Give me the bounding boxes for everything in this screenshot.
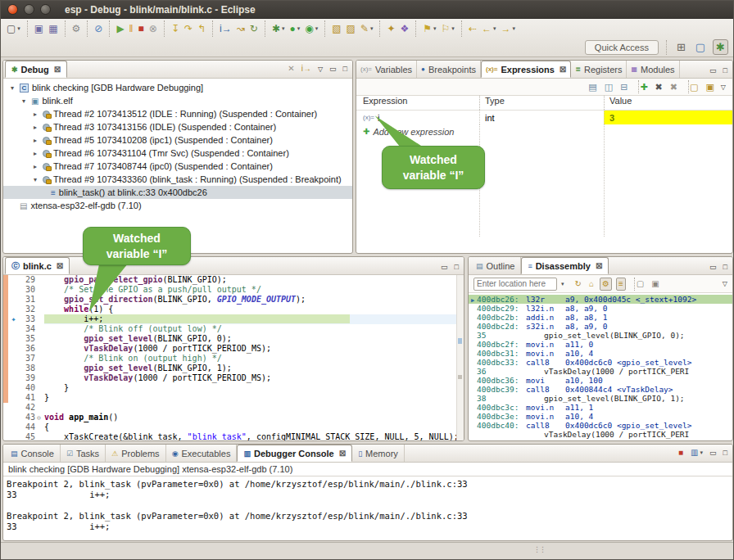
remove-expression-button[interactable]: ✖ [655, 80, 664, 93]
tab-executables[interactable]: ◉ Executables [166, 445, 238, 462]
restart-button[interactable]: ↻ [247, 20, 261, 37]
step-over-button[interactable]: ↷ [182, 20, 195, 37]
tab-expressions[interactable]: (x)= Expressions [481, 61, 571, 78]
line-number[interactable]: 43 [19, 413, 37, 422]
tab-problems[interactable]: ⚠ Problems [106, 445, 166, 462]
gdb-process-row[interactable]: ▤ xtensa-esp32-elf-gdb (7.10) [3, 199, 352, 212]
tab-close-icon[interactable] [560, 65, 566, 74]
profile-button[interactable]: ❖ [398, 20, 412, 37]
collapse-all-button[interactable]: ⊟ [619, 80, 628, 93]
remove-all-terminated-button[interactable]: ✕ [288, 63, 294, 75]
show-logical-structures-button[interactable]: ◫ [604, 80, 614, 93]
use-step-filters-button[interactable]: ↝ [234, 20, 247, 37]
column-expression[interactable]: Expression [356, 96, 479, 110]
add-expression-row[interactable]: ✚ Add new expression [356, 124, 732, 138]
code-line[interactable]: 31 gpio_set_direction(BLINK_GPIO, GPIO_M… [3, 295, 464, 305]
forward-dropdown[interactable]: → [498, 20, 518, 37]
view-menu-icon[interactable]: ▽ [721, 84, 726, 91]
expression-row[interactable]: (x)= i int 3 [356, 111, 732, 124]
code-line[interactable]: 39 vTaskDelay(1000 / portTICK_PERIOD_MS)… [3, 373, 464, 383]
breakpoint-gutter[interactable] [8, 334, 19, 344]
window-close-button[interactable] [7, 4, 18, 15]
disassembly-line[interactable]: 400dbc39: call8 0x400844c4 <vTaskDelay> [469, 385, 732, 394]
disassembly-line[interactable]: 400dbc40: call8 0x400dc6c0 <gpio_set_lev… [469, 421, 732, 430]
disassembly-line[interactable]: vTaskDelay(1000 / portTICK_PERI [469, 430, 732, 439]
minimize-icon[interactable]: ▭ [709, 66, 717, 75]
code-line[interactable]: 45 xTaskCreate(&blink_task, "blink_task"… [3, 432, 464, 441]
breakpoint-gutter[interactable] [8, 295, 19, 305]
code-line[interactable]: 36 vTaskDelay(1000 / portTICK_PERIOD_MS)… [3, 344, 464, 354]
breakpoint-gutter[interactable] [8, 314, 19, 324]
code-line[interactable]: 38 gpio_set_level(BLINK_GPIO, 1); [3, 364, 464, 373]
tab-blink-c[interactable]: ⓒ blink.c [5, 257, 70, 274]
pin-editor-dropdown[interactable]: ⚑ [415, 20, 438, 37]
refresh-view-button[interactable]: ↻ [573, 278, 583, 291]
window-maximize-button[interactable] [40, 4, 51, 15]
line-number[interactable]: 29 [19, 275, 37, 285]
skip-all-breakpoints-button[interactable]: ⊘ [87, 20, 105, 37]
save-button[interactable]: ▣ [27, 20, 46, 37]
tab-registers[interactable]: ≣ Registers [571, 61, 627, 78]
breakpoint-gutter[interactable] [8, 364, 19, 373]
code-line[interactable]: 29 gpio_pad_select_gpio(BLINK_GPIO); [3, 275, 464, 285]
tab-debugger-console[interactable]: ▥ Debugger Console [237, 445, 352, 462]
fold-icon[interactable] [37, 413, 41, 422]
breakpoint-gutter[interactable] [8, 432, 19, 441]
tab-variables[interactable]: (x)= Variables [356, 61, 417, 78]
remove-all-expressions-button[interactable]: ✖ [669, 80, 678, 93]
tab-close-icon[interactable] [596, 261, 602, 270]
line-number[interactable]: 36 [19, 344, 37, 354]
open-resource-button[interactable]: ▨ [344, 20, 358, 37]
open-element-button[interactable]: ▧ [324, 20, 343, 37]
maximize-icon[interactable]: □ [343, 65, 347, 73]
quick-access-button[interactable]: Quick Access [585, 40, 659, 55]
tab-close-icon[interactable] [57, 261, 63, 270]
disassembly-line[interactable]: 400dbc33: call8 0x400dc6c0 <gpio_set_lev… [469, 358, 732, 367]
line-number[interactable]: 40 [19, 383, 37, 393]
minimize-icon[interactable]: ▭ [441, 263, 448, 271]
code-line[interactable]: 42 [3, 403, 464, 413]
launch-row[interactable]: ▾ C blink checking [GDB Hardware Debuggi… [3, 81, 352, 94]
breakpoint-gutter[interactable] [8, 422, 19, 432]
thread-row[interactable]: ▸ Thread #5 1073410208 (ipc1) (Suspended… [3, 133, 352, 147]
column-type[interactable]: Type [479, 96, 604, 110]
tab-close-icon[interactable] [54, 65, 61, 74]
maximize-icon[interactable]: □ [723, 449, 727, 457]
run-dropdown[interactable]: ● [287, 20, 302, 37]
maximize-icon[interactable]: □ [723, 66, 727, 75]
breakpoint-gutter[interactable] [8, 373, 19, 383]
tab-debug[interactable]: ✱ Debug [5, 61, 67, 78]
line-number[interactable]: 34 [19, 324, 37, 334]
tab-close-icon[interactable] [339, 449, 346, 458]
view-menu-icon[interactable]: ▽ [723, 280, 727, 287]
disassembly-line[interactable]: 400dbc2f: movi.n a11, 0 [469, 340, 732, 349]
new-dropdown[interactable]: ▢ [4, 20, 23, 37]
debug-dropdown[interactable]: ✱ [265, 20, 288, 37]
expander-icon[interactable]: ▸ [31, 137, 39, 144]
sync-context-toggle[interactable]: ⚙ [600, 278, 612, 291]
line-number[interactable]: 39 [19, 373, 37, 383]
code-editor[interactable]: 29 gpio_pad_select_gpio(BLINK_GPIO); 30 … [3, 275, 464, 441]
code-line[interactable]: 43 void app_main() [3, 413, 464, 422]
breakpoint-gutter[interactable] [8, 354, 19, 364]
terminate-button[interactable]: ■ [136, 20, 147, 37]
code-line[interactable]: 30 /* Set the GPIO as a push/pull output… [3, 285, 464, 295]
tab-tasks[interactable]: ☑ Tasks [61, 445, 106, 462]
disassembly-listing[interactable]: 400dbc26: l32r a9, 0x400d045c <_stext+10… [469, 293, 732, 439]
code-line[interactable]: 41 } [3, 393, 464, 403]
location-dropdown-icon[interactable]: ▾ [561, 281, 564, 287]
step-into-button[interactable]: ↧ [164, 20, 182, 37]
code-line[interactable]: 37 /* Blink on (output high) */ [3, 354, 464, 364]
breakpoint-gutter[interactable] [8, 344, 19, 354]
debug-perspective-button[interactable]: ✱ [713, 39, 728, 55]
maximize-icon[interactable]: □ [723, 263, 727, 271]
expander-icon[interactable]: ▸ [31, 163, 39, 170]
disassembly-line[interactable]: 35 gpio_set_level(BLINK_GPIO, 0); [469, 331, 732, 340]
code-line[interactable]: 40 } [3, 383, 464, 393]
resume-button[interactable]: ▶ [109, 20, 126, 37]
line-number[interactable]: 38 [19, 364, 37, 373]
maximize-icon[interactable]: □ [455, 263, 459, 271]
console-output[interactable]: Breakpoint 2, blink_task (pvParameter=0x… [3, 476, 732, 535]
breakpoint-gutter[interactable] [8, 324, 19, 334]
column-value[interactable]: Value [604, 96, 732, 110]
